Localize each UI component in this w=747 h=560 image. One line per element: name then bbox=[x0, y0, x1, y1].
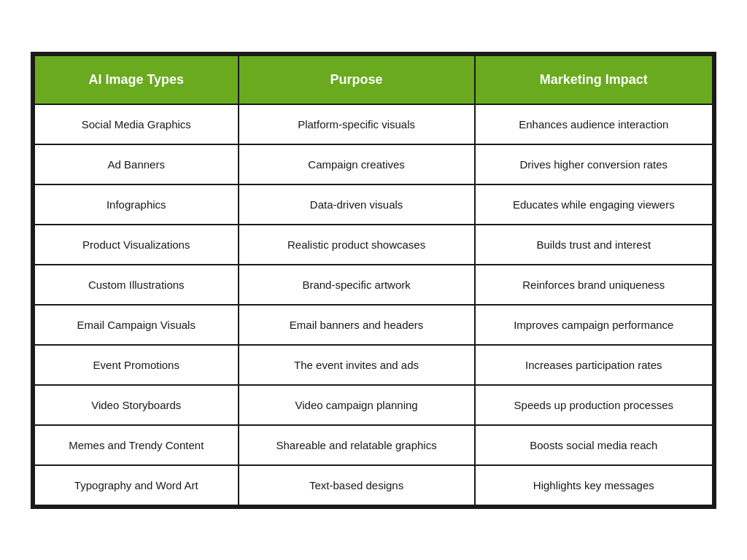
table-row: Ad BannersCampaign creativesDrives highe… bbox=[34, 144, 713, 184]
cell-purpose: Platform-specific visuals bbox=[239, 104, 475, 144]
table-row: Social Media GraphicsPlatform-specific v… bbox=[34, 104, 713, 144]
cell-impact: Educates while engaging viewers bbox=[475, 184, 713, 225]
cell-type: Memes and Trendy Content bbox=[34, 425, 239, 465]
header-row: AI Image Types Purpose Marketing Impact bbox=[34, 55, 713, 104]
table-row: Memes and Trendy ContentShareable and re… bbox=[34, 425, 713, 465]
cell-type: Email Campaign Visuals bbox=[34, 305, 239, 345]
table-header: AI Image Types Purpose Marketing Impact bbox=[34, 55, 713, 104]
main-table-container: AI Image Types Purpose Marketing Impact … bbox=[31, 52, 716, 509]
table-body: Social Media GraphicsPlatform-specific v… bbox=[34, 104, 713, 506]
table-row: Custom IllustrationsBrand-specific artwo… bbox=[34, 265, 713, 305]
ai-image-types-table: AI Image Types Purpose Marketing Impact … bbox=[33, 54, 714, 507]
cell-purpose: Brand-specific artwork bbox=[239, 265, 475, 305]
cell-type: Video Storyboards bbox=[34, 385, 239, 425]
cell-type: Event Promotions bbox=[34, 345, 239, 385]
cell-type: Product Visualizations bbox=[34, 225, 239, 265]
cell-purpose: The event invites and ads bbox=[239, 345, 475, 385]
table-row: InfographicsData-driven visualsEducates … bbox=[34, 184, 713, 225]
cell-type: Ad Banners bbox=[34, 144, 239, 184]
cell-impact: Increases participation rates bbox=[475, 345, 713, 385]
cell-purpose: Text-based designs bbox=[239, 465, 475, 506]
header-col-types: AI Image Types bbox=[34, 55, 239, 104]
cell-impact: Highlights key messages bbox=[475, 465, 713, 506]
cell-impact: Speeds up production processes bbox=[475, 385, 713, 425]
cell-purpose: Video campaign planning bbox=[239, 385, 475, 425]
table-row: Product VisualizationsRealistic product … bbox=[34, 225, 713, 265]
cell-type: Typography and Word Art bbox=[34, 465, 239, 506]
cell-impact: Reinforces brand uniqueness bbox=[475, 265, 713, 305]
cell-purpose: Realistic product showcases bbox=[239, 225, 475, 265]
cell-purpose: Campaign creatives bbox=[239, 144, 475, 184]
cell-impact: Builds trust and interest bbox=[475, 225, 713, 265]
table-row: Email Campaign VisualsEmail banners and … bbox=[34, 305, 713, 345]
header-col-purpose: Purpose bbox=[239, 55, 475, 104]
cell-impact: Drives higher conversion rates bbox=[475, 144, 713, 184]
header-col-impact: Marketing Impact bbox=[475, 55, 713, 104]
cell-impact: Boosts social media reach bbox=[475, 425, 713, 465]
cell-purpose: Data-driven visuals bbox=[239, 184, 475, 225]
cell-purpose: Shareable and relatable graphics bbox=[239, 425, 475, 465]
cell-type: Custom Illustrations bbox=[34, 265, 239, 305]
cell-type: Infographics bbox=[34, 184, 239, 225]
cell-impact: Improves campaign performance bbox=[475, 305, 713, 345]
cell-purpose: Email banners and headers bbox=[239, 305, 475, 345]
table-row: Event PromotionsThe event invites and ad… bbox=[34, 345, 713, 385]
cell-impact: Enhances audience interaction bbox=[475, 104, 713, 144]
cell-type: Social Media Graphics bbox=[34, 104, 239, 144]
table-row: Typography and Word ArtText-based design… bbox=[34, 465, 713, 506]
table-row: Video StoryboardsVideo campaign planning… bbox=[34, 385, 713, 425]
